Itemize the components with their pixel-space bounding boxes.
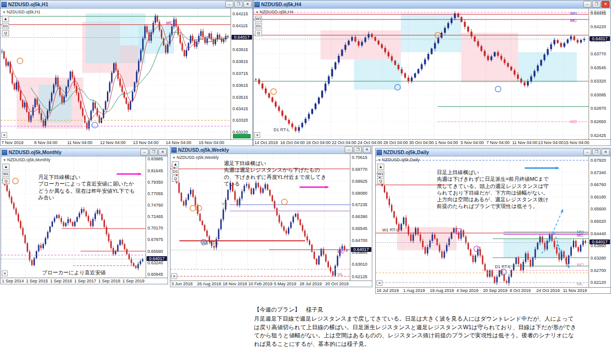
- object-button[interactable]: Q: [255, 30, 262, 36]
- object-button[interactable]: ▲: [377, 164, 384, 170]
- chart-line-label: ML: [337, 272, 344, 277]
- chart-window-h4[interactable]: NZDUSD.oj5k,H4 – ❐ ✕ MHMCMOD1 RT-L ▼NZDU…: [253, 0, 611, 146]
- chart-window-daily[interactable]: NZDUSD.oj5k,Daily – ❐ ✕ W1 RT-LD1 RT-LMH…: [375, 148, 611, 294]
- chart-window-weekly[interactable]: NZDUSD.oj5k,Weekly – ❐ ✕ YCW1 RT-LMCML 週…: [170, 146, 372, 287]
- time-tick-label: 1 Sep 2019: [123, 279, 145, 283]
- price-tick-label: 0.60945: [147, 272, 163, 277]
- object-button[interactable]: M1: [2, 171, 10, 177]
- chart-symbol-label[interactable]: ▼NZDUSD.oj5k,Monthly: [3, 157, 50, 162]
- object-button[interactable]: D1: [2, 23, 9, 29]
- object-button[interactable]: ▲: [2, 16, 9, 22]
- chart-line-label: MH: [570, 11, 577, 16]
- restore-button[interactable]: ❐: [234, 1, 242, 8]
- minimize-button[interactable]: –: [225, 1, 233, 8]
- axis-button[interactable]: [233, 134, 251, 138]
- marker-circle: [196, 205, 201, 211]
- object-buttons[interactable]: ▲D1Q: [2, 16, 9, 36]
- price-axis[interactable]: 0.839850.816450.793500.770550.747600.724…: [146, 156, 168, 278]
- time-tick-label: 22 Oct 04:00: [332, 140, 357, 145]
- chart-window-monthly[interactable]: NZDUSD.oj5k,Monthly – ❐ ✕ 月足下目線横ばい ブローカー…: [0, 148, 168, 284]
- time-tick-label: 10 Feb 2019: [248, 281, 273, 286]
- titlebar[interactable]: NZDUSD.oj5k,Daily – ❐ ✕: [376, 148, 611, 156]
- chart-line-label: W1 RT-L: [202, 240, 219, 245]
- chart-body[interactable]: MHMCMOD1 RT-L ▼NZDUSD.oj5k,H4 W1D1Q ✕ 0.…: [253, 9, 611, 146]
- object-button[interactable]: Q: [377, 178, 384, 184]
- chart-symbol-label[interactable]: ▼NZDUSD.oj5k,Weekly: [172, 155, 219, 160]
- close-button[interactable]: ✕: [363, 146, 371, 153]
- minimize-button[interactable]: –: [583, 149, 591, 156]
- price-axis[interactable]: 0.644450.642200.639950.637700.635450.633…: [589, 9, 611, 139]
- time-axis[interactable]: 3 Jun 201826 Aug 201818 Nov 201810 Feb 2…: [170, 281, 372, 287]
- titlebar[interactable]: NZDUSD.oj5k,H1 – ❐ ✕: [0, 0, 253, 9]
- price-chart[interactable]: MHMCMOD1 RT-L: [253, 9, 589, 139]
- price-axis[interactable]: 0.679200.673400.667600.661800.656000.650…: [589, 156, 611, 287]
- object-buttons[interactable]: ▲M1Q: [2, 164, 10, 184]
- restore-button[interactable]: ❐: [354, 146, 362, 153]
- price-tick-label: 0.81645: [147, 168, 163, 173]
- delete-object-button[interactable]: ✕: [171, 273, 177, 279]
- chart-symbol-label[interactable]: ▼NZDUSD.oj5k,H4: [255, 10, 293, 14]
- chart-symbol-label[interactable]: ▼NZDUSD.oj5k,H1: [2, 10, 40, 14]
- chart-line-label: MC: [166, 21, 173, 25]
- delete-object-button[interactable]: ✕: [2, 270, 8, 276]
- chart-body[interactable]: 月足下目線横ばい ブローカーによって直近安値に届いたかどうか異なる。現在は昨年安…: [1, 156, 168, 284]
- window-title: NZDUSD.oj5k,H4: [261, 1, 582, 7]
- time-tick-label: 13 Nov 04:00: [538, 140, 564, 145]
- titlebar[interactable]: NZDUSD.oj5k,Weekly – ❐ ✕: [170, 146, 372, 154]
- marker-circle: [282, 199, 287, 205]
- price-axis[interactable]: 0.642150.641150.640150.639150.638150.637…: [231, 9, 253, 139]
- close-button[interactable]: ✕: [601, 1, 610, 8]
- object-buttons[interactable]: ▲D1Q: [172, 161, 179, 182]
- object-button[interactable]: Q: [2, 178, 10, 184]
- minimize-button[interactable]: –: [140, 149, 148, 156]
- object-button[interactable]: ▲: [172, 161, 179, 167]
- price-chart[interactable]: MC: [0, 9, 231, 139]
- close-button[interactable]: ✕: [243, 1, 252, 8]
- restore-button[interactable]: ❐: [592, 149, 600, 156]
- minimize-button[interactable]: –: [583, 1, 591, 8]
- time-axis[interactable]: 14 Oct 201916 Oct 04:0018 Oct 04:0022 Oc…: [253, 139, 611, 146]
- object-button[interactable]: Q: [2, 30, 9, 36]
- delete-object-button[interactable]: ✕: [377, 280, 382, 286]
- chart-body[interactable]: W1 RT-LD1 RT-LMHMCMOML 日足上目線横ばい 先週は下げきれず…: [376, 156, 611, 293]
- close-button[interactable]: ✕: [601, 149, 610, 156]
- restore-button[interactable]: ❐: [149, 149, 158, 156]
- chart-line-label: YC: [221, 202, 228, 207]
- object-button[interactable]: Q: [172, 176, 179, 182]
- price-tick-label: 0.62120: [590, 280, 606, 285]
- time-axis[interactable]: 1 Sep 20141 Sep 20151 Sep 20161 Sep 2017…: [1, 278, 168, 284]
- chart-symbol-text: NZDUSD.oj5k,Monthly: [7, 157, 51, 162]
- titlebar[interactable]: NZDUSD.oj5k,H4 – ❐ ✕: [253, 0, 611, 9]
- object-button[interactable]: ▲: [2, 164, 10, 170]
- chart-window-h1[interactable]: NZDUSD.oj5k,H1 – ❐ ✕ MC ▼NZDUSD.oj5k,H1 …: [0, 0, 253, 146]
- titlebar[interactable]: NZDUSD.oj5k,Monthly – ❐ ✕: [1, 148, 168, 156]
- price-tick-label: 0.63320: [590, 79, 606, 83]
- price-tick-label: 0.63615: [232, 83, 248, 88]
- time-axis[interactable]: 16 Jul 20191 Aug 201919 Aug 20194 Sep 20…: [376, 287, 611, 293]
- price-chart[interactable]: YCW1 RT-LMCML: [170, 154, 350, 281]
- price-tick-label: 0.64115: [232, 23, 248, 28]
- chart-symbol-label[interactable]: ▼NZDUSD.oj5k,Daily: [378, 157, 420, 162]
- price-chart[interactable]: [1, 156, 146, 278]
- price-tick-label: 0.64700: [352, 238, 368, 243]
- current-price-badge: 0.64017: [232, 35, 252, 40]
- time-tick-label: 14 Nov 04:00: [166, 140, 191, 145]
- object-buttons[interactable]: ▲W1Q: [377, 164, 384, 184]
- object-buttons[interactable]: W1D1Q: [255, 16, 262, 36]
- minimize-button[interactable]: –: [345, 146, 353, 153]
- restore-button[interactable]: ❐: [592, 1, 600, 8]
- object-button[interactable]: D1: [255, 23, 262, 29]
- chart-icon: [1, 2, 7, 7]
- price-ax is[interactable]: 0.706150.697700.689250.680800.672350.663…: [350, 154, 372, 281]
- object-button[interactable]: W1: [255, 16, 262, 22]
- close-button[interactable]: ✕: [158, 149, 167, 156]
- price-tick-label: 0.62870: [590, 106, 606, 111]
- price-chart[interactable]: W1 RT-LD1 RT-LMHMCMOML: [376, 156, 589, 287]
- object-button[interactable]: W1: [377, 171, 384, 177]
- time-axis[interactable]: 7 Nov 20198 Nov 04:0011 Nov 04:0012 Nov …: [0, 139, 253, 146]
- delete-object-button[interactable]: ✕: [1, 132, 7, 138]
- chart-body[interactable]: YCW1 RT-LMCML 週足下目線横ばい 先週は週足レジスタンスから下げたも…: [170, 154, 372, 287]
- delete-object-button[interactable]: ✕: [254, 132, 260, 138]
- chart-body[interactable]: MC ▼NZDUSD.oj5k,H1 ▲D1Q ✕ 0.642150.64115…: [0, 9, 253, 146]
- object-button[interactable]: D1: [172, 168, 179, 175]
